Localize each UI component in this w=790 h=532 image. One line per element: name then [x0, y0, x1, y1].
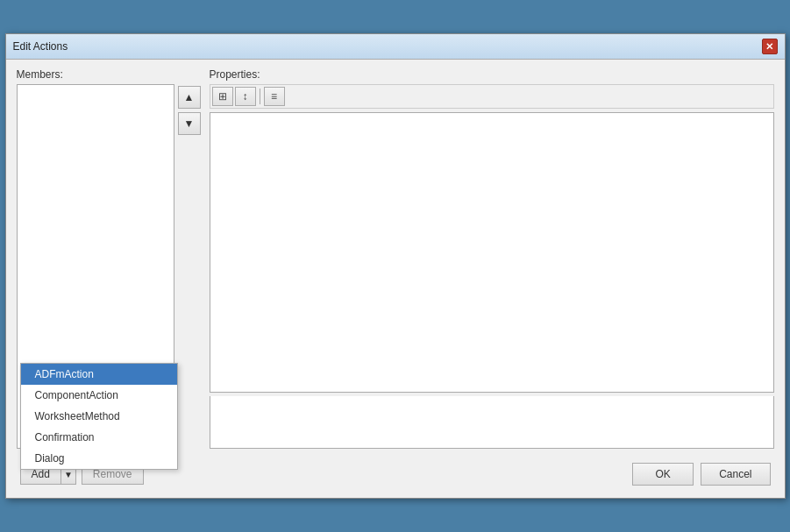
- sort-icon: ↕: [243, 90, 248, 103]
- close-button[interactable]: ✕: [762, 39, 778, 54]
- list-icon: ≡: [271, 90, 277, 103]
- title-bar: Edit Actions ✕: [6, 34, 785, 60]
- properties-label: Properties:: [210, 68, 774, 81]
- dropdown-item[interactable]: ADFmAction: [21, 364, 177, 385]
- dropdown-item[interactable]: Confirmation: [21, 427, 177, 448]
- dropdown-item[interactable]: WorksheetMethod: [21, 406, 177, 427]
- cancel-button[interactable]: Cancel: [701, 463, 770, 486]
- edit-actions-dialog: Edit Actions ✕ Members: ▲ ▼ Properties:: [5, 33, 786, 499]
- toolbar-grid-button[interactable]: ⊞: [212, 87, 233, 106]
- right-panel: Properties: ⊞ ↕ ≡: [210, 68, 774, 449]
- bottom-bar: ADFmActionComponentActionWorksheetMethod…: [17, 456, 774, 489]
- toolbar-separator: [260, 89, 260, 104]
- dropdown-item[interactable]: ComponentAction: [21, 385, 177, 406]
- properties-description: [210, 396, 774, 449]
- toolbar-list-button[interactable]: ≡: [264, 87, 285, 106]
- toolbar-sort-button[interactable]: ↕: [235, 87, 256, 106]
- dropdown-item[interactable]: Dialog: [21, 448, 177, 469]
- ok-button[interactable]: OK: [632, 463, 694, 486]
- grid-icon: ⊞: [218, 90, 227, 103]
- dialog-body: Members: ▲ ▼ Properties: ⊞ ↕: [6, 60, 785, 498]
- add-dropdown-menu: ADFmActionComponentActionWorksheetMethod…: [20, 363, 178, 470]
- move-down-button[interactable]: ▼: [178, 112, 201, 135]
- members-label: Members:: [17, 68, 201, 81]
- properties-area[interactable]: [210, 112, 774, 393]
- dialog-title: Edit Actions: [13, 40, 68, 53]
- add-remove-group: ADFmActionComponentActionWorksheetMethod…: [20, 464, 144, 485]
- ok-cancel-group: OK Cancel: [632, 463, 770, 486]
- properties-toolbar: ⊞ ↕ ≡: [210, 84, 774, 109]
- arrow-buttons: ▲ ▼: [178, 84, 201, 449]
- move-up-button[interactable]: ▲: [178, 86, 201, 109]
